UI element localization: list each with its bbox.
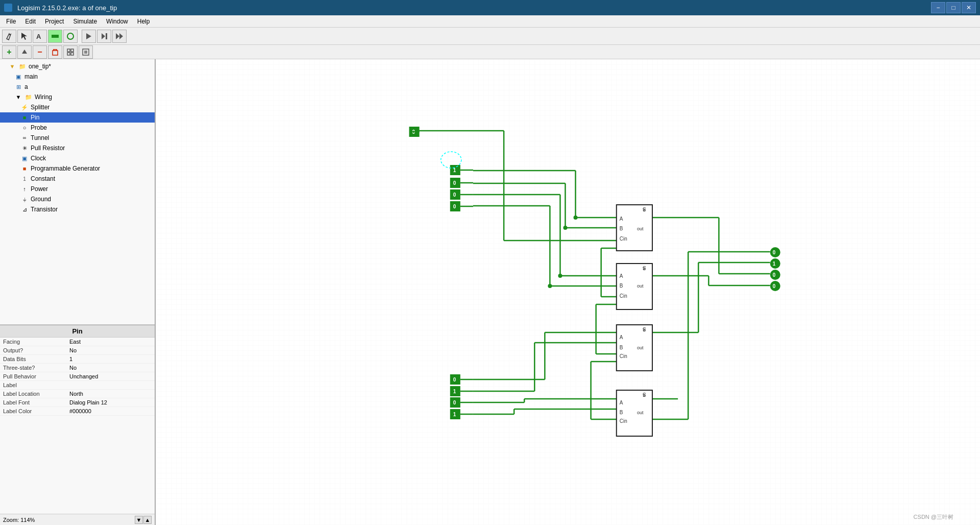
prop-val-label[interactable] bbox=[69, 382, 152, 388]
svg-rect-13 bbox=[67, 49, 70, 52]
svg-text:1: 1 bbox=[453, 168, 456, 173]
prop-val-label-location[interactable]: North bbox=[69, 391, 152, 397]
svg-text:0: 0 bbox=[773, 250, 776, 255]
grid-button[interactable] bbox=[79, 45, 93, 59]
remove-button[interactable]: − bbox=[33, 45, 47, 59]
tool-sim-step[interactable] bbox=[82, 30, 96, 43]
menu-help[interactable]: Help bbox=[133, 17, 154, 26]
svg-point-140 bbox=[548, 284, 552, 288]
menu-file[interactable]: File bbox=[2, 17, 20, 26]
tree-item-transistor[interactable]: ⊿ Transistor bbox=[0, 204, 155, 214]
svg-text:out: out bbox=[637, 410, 644, 415]
svg-rect-14 bbox=[71, 49, 74, 52]
tool-add-node[interactable] bbox=[63, 30, 78, 43]
tree-item-clock[interactable]: ▣ Clock bbox=[0, 153, 155, 163]
menu-simulate[interactable]: Simulate bbox=[69, 17, 101, 26]
svg-marker-8 bbox=[22, 50, 27, 54]
prop-val-label-color[interactable]: #000000 bbox=[69, 408, 152, 414]
svg-text:Cin: Cin bbox=[620, 293, 627, 299]
tree-item-constant[interactable]: 1 Constant bbox=[0, 174, 155, 184]
tool-sim-tick[interactable] bbox=[97, 30, 111, 43]
tree-label-one-tip: one_tip* bbox=[29, 63, 51, 70]
folder-icon: 📁 bbox=[18, 62, 27, 70]
tree-label-splitter: Splitter bbox=[31, 104, 50, 111]
svg-text:1: 1 bbox=[773, 261, 776, 267]
tool-text[interactable]: A bbox=[33, 30, 47, 43]
expand-button[interactable] bbox=[63, 45, 78, 59]
svg-text:S: S bbox=[643, 327, 646, 332]
svg-text:0: 0 bbox=[453, 204, 456, 209]
prop-val-label-font[interactable]: Dialog Plain 12 bbox=[69, 399, 152, 405]
prop-databits: Data Bits 1 bbox=[0, 355, 155, 364]
tool-sim-run[interactable] bbox=[112, 30, 127, 43]
svg-text:S: S bbox=[643, 266, 646, 271]
properties-panel: Pin Facing East Output? No Data Bits 1 T… bbox=[0, 325, 155, 514]
tree-item-tunnel[interactable]: ∞ Tunnel bbox=[0, 133, 155, 143]
component-tree[interactable]: ▼ 📁 one_tip* ▣ main ⊞ a ▼ 📁 Wiring bbox=[0, 59, 155, 325]
tunnel-icon: ∞ bbox=[20, 134, 29, 142]
tree-item-probe[interactable]: ○ Probe bbox=[0, 123, 155, 133]
svg-point-2 bbox=[67, 33, 74, 39]
tree-label-transistor: Transistor bbox=[31, 206, 58, 213]
tool-wiring[interactable] bbox=[48, 30, 62, 43]
tool-select[interactable] bbox=[17, 30, 32, 43]
tree-item-a[interactable]: ⊞ a bbox=[0, 82, 155, 92]
tree-item-pin[interactable]: ■ Pin bbox=[0, 112, 155, 123]
sidebar: ▼ 📁 one_tip* ▣ main ⊞ a ▼ 📁 Wiring bbox=[0, 59, 156, 525]
tree-label-power: Power bbox=[31, 185, 48, 193]
menu-window[interactable]: Window bbox=[102, 17, 132, 26]
tree-label-a: a bbox=[24, 83, 28, 90]
move-up-button[interactable] bbox=[17, 45, 32, 59]
svg-text:1: 1 bbox=[453, 412, 456, 417]
prop-val-databits[interactable]: 1 bbox=[69, 356, 152, 362]
prop-label-location: Label Location North bbox=[0, 390, 155, 398]
add-button[interactable]: + bbox=[2, 45, 16, 59]
svg-text:CSDN @三叶树: CSDN @三叶树 bbox=[914, 514, 954, 520]
delete-button[interactable] bbox=[48, 45, 62, 59]
titlebar: Logisim 2.15.0.2.exe: a of one_tip − □ ✕ bbox=[0, 0, 980, 15]
zoom-label: Zoom: 114% bbox=[3, 517, 35, 523]
minimize-button[interactable]: − bbox=[931, 2, 945, 13]
close-button[interactable]: ✕ bbox=[962, 2, 976, 13]
prop-val-pullbehavior[interactable]: Unchanged bbox=[69, 373, 152, 379]
svg-text:Cin: Cin bbox=[620, 236, 627, 242]
constant-icon: 1 bbox=[20, 175, 29, 183]
zoom-down-button[interactable]: ▼ bbox=[135, 516, 143, 524]
prop-val-output[interactable]: No bbox=[69, 347, 152, 353]
prop-val-threestate[interactable]: No bbox=[69, 365, 152, 371]
svg-text:0: 0 bbox=[773, 283, 776, 289]
svg-marker-4 bbox=[102, 33, 105, 39]
prop-val-facing[interactable]: East bbox=[69, 339, 152, 345]
tree-item-ground[interactable]: ⏚ Ground bbox=[0, 194, 155, 204]
zoom-up-button[interactable]: ▲ bbox=[143, 516, 152, 524]
svg-rect-5 bbox=[106, 33, 107, 39]
svg-text:0: 0 bbox=[453, 377, 456, 383]
menu-edit[interactable]: Edit bbox=[21, 17, 40, 26]
tool-poke[interactable] bbox=[2, 30, 16, 43]
tree-item-one-tip[interactable]: ▼ 📁 one_tip* bbox=[0, 61, 155, 71]
circuit-icon: ▣ bbox=[14, 73, 22, 81]
svg-text:A: A bbox=[36, 33, 41, 40]
tree-item-prog-gen[interactable]: ■ Programmable Generator bbox=[0, 163, 155, 174]
svg-text:out: out bbox=[637, 226, 644, 231]
circuit-canvas[interactable]: ∨ S A B out Cin ∨ S A B out Cin ∨ S A B … bbox=[156, 59, 980, 525]
main-toolbar: A bbox=[0, 28, 980, 45]
svg-rect-1 bbox=[52, 35, 59, 38]
svg-text:A: A bbox=[620, 216, 623, 222]
tree-scroll[interactable]: ▼ 📁 one_tip* ▣ main ⊞ a ▼ 📁 Wiring bbox=[0, 59, 155, 324]
prop-key-threestate: Three-state? bbox=[3, 365, 69, 371]
tree-item-power[interactable]: ↑ Power bbox=[0, 184, 155, 194]
prop-threestate: Three-state? No bbox=[0, 364, 155, 372]
tree-item-pull-resistor[interactable]: ✳ Pull Resistor bbox=[0, 143, 155, 153]
window-controls: − □ ✕ bbox=[931, 2, 976, 13]
maximize-button[interactable]: □ bbox=[946, 2, 961, 13]
svg-text:B: B bbox=[620, 283, 623, 289]
tree-item-splitter[interactable]: ⚡ Splitter bbox=[0, 102, 155, 112]
tree-item-wiring[interactable]: ▼ 📁 Wiring bbox=[0, 92, 155, 102]
tree-label-clock: Clock bbox=[31, 155, 46, 162]
tree-item-main[interactable]: ▣ main bbox=[0, 71, 155, 82]
prop-label-font: Label Font Dialog Plain 12 bbox=[0, 398, 155, 407]
menu-project[interactable]: Project bbox=[41, 17, 68, 26]
svg-text:B: B bbox=[620, 410, 623, 415]
pull-resistor-icon: ✳ bbox=[20, 144, 29, 152]
